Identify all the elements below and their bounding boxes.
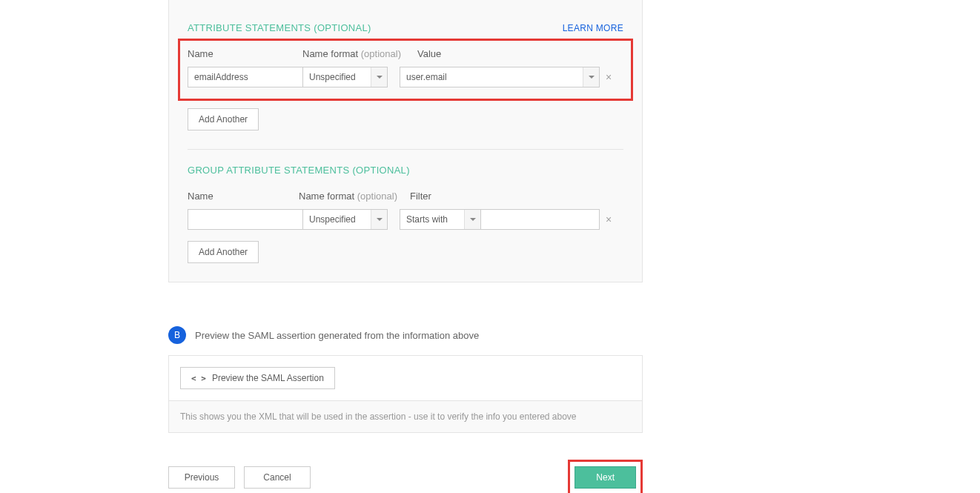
remove-attr-button[interactable]: ×: [600, 71, 618, 83]
panel-b-help: This shows you the XML that will be used…: [169, 400, 642, 432]
group-label-filter: Filter: [410, 191, 431, 202]
add-another-group-button[interactable]: Add Another: [188, 241, 259, 263]
section-b-title: Preview the SAML assertion generated fro…: [195, 330, 479, 341]
attr-row: Unspecified user.email ×: [188, 67, 623, 87]
attr-value-selected: user.email: [400, 67, 583, 87]
attr-nf-selected: Unspecified: [303, 67, 371, 87]
group-filter-value-input[interactable]: [481, 209, 600, 230]
page-container: ATTRIBUTE STATEMENTS (OPTIONAL) LEARN MO…: [0, 0, 980, 493]
group-name-input[interactable]: [188, 209, 302, 230]
panel-b: < > Preview the SAML Assertion This show…: [168, 355, 643, 433]
attr-row-labels: Name Name format (optional) Value: [188, 48, 623, 59]
divider: [188, 149, 623, 150]
next-button[interactable]: Next: [575, 466, 636, 489]
preview-saml-label: Preview the SAML Assertion: [212, 373, 324, 383]
attr-label-name: Name: [188, 48, 302, 59]
attr-highlight-box: Name Name format (optional) Value Unspec…: [178, 39, 633, 101]
footer-row: Previous Cancel Next: [168, 460, 643, 493]
section-b: B Preview the SAML assertion generated f…: [168, 326, 643, 433]
group-row-labels: Name Name format (optional) Filter: [188, 191, 623, 202]
preview-saml-button[interactable]: < > Preview the SAML Assertion: [180, 367, 335, 389]
group-label-nf-text: Name format: [299, 191, 354, 202]
add-another-attr-button[interactable]: Add Another: [188, 108, 259, 130]
chevron-down-icon: [371, 67, 387, 87]
previous-button[interactable]: Previous: [168, 466, 235, 489]
group-label-nf-hint: (optional): [357, 191, 397, 202]
chevron-down-icon: [464, 210, 480, 229]
attr-value-select[interactable]: user.email: [400, 67, 600, 87]
next-highlight-box: Next: [568, 460, 643, 493]
learn-more-link[interactable]: LEARN MORE: [563, 23, 623, 33]
group-filter-select[interactable]: Starts with: [400, 209, 481, 230]
chevron-down-icon: [583, 67, 599, 87]
group-label-name: Name: [188, 191, 299, 202]
group-name-format-select[interactable]: Unspecified: [302, 209, 388, 230]
attr-label-value: Value: [417, 48, 441, 59]
section-b-badge: B: [168, 326, 186, 344]
remove-group-button[interactable]: ×: [600, 214, 618, 225]
group-filter-selected: Starts with: [400, 210, 464, 229]
config-panel: ATTRIBUTE STATEMENTS (OPTIONAL) LEARN MO…: [168, 0, 643, 282]
cancel-button[interactable]: Cancel: [244, 466, 311, 489]
attr-label-name-format: Name format (optional): [302, 48, 403, 59]
attr-label-nf-hint: (optional): [361, 48, 401, 59]
attr-name-input[interactable]: [188, 67, 302, 87]
attr-name-format-select[interactable]: Unspecified: [302, 67, 388, 87]
section-b-header: B Preview the SAML assertion generated f…: [168, 326, 643, 344]
group-nf-selected: Unspecified: [303, 210, 371, 229]
attr-label-nf-text: Name format: [302, 48, 358, 59]
group-label-name-format: Name format (optional): [299, 191, 410, 202]
group-row: Unspecified Starts with ×: [188, 209, 623, 230]
group-section-title: GROUP ATTRIBUTE STATEMENTS (OPTIONAL): [188, 165, 623, 176]
attr-section-header: ATTRIBUTE STATEMENTS (OPTIONAL) LEARN MO…: [188, 22, 623, 33]
panel-b-top: < > Preview the SAML Assertion: [169, 356, 642, 400]
attr-section-title: ATTRIBUTE STATEMENTS (OPTIONAL): [188, 22, 371, 33]
chevron-down-icon: [371, 210, 387, 229]
code-icon: < >: [191, 374, 206, 383]
